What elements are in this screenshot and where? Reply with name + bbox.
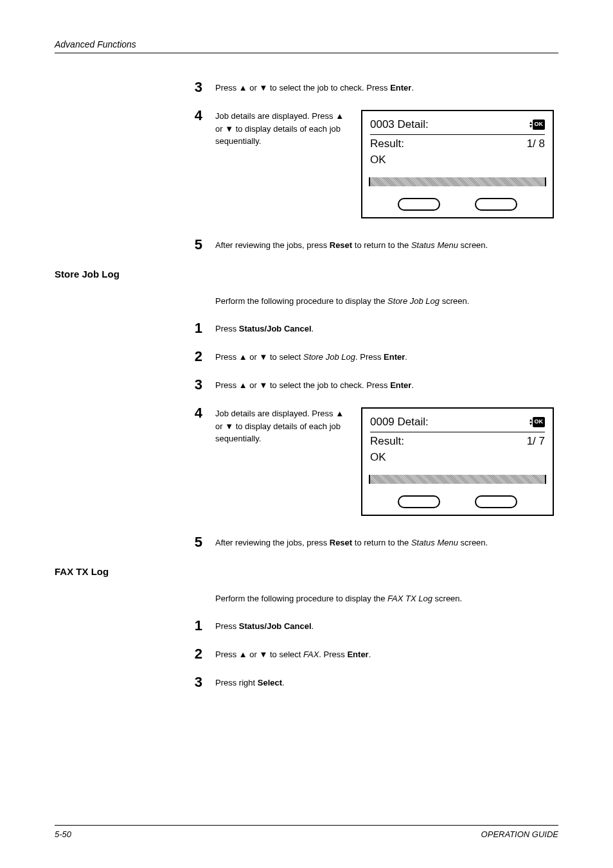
step-text: Press ▲ or ▼ to select the job to check.… — [215, 79, 558, 94]
lcd-display: 0009 Detail: ▴▾ OK Result: 1/ 7 OK — [361, 407, 554, 516]
step-text: After reviewing the jobs, press Reset to… — [215, 534, 558, 549]
step-text: Job details are displayed. Press ▲ or ▼ … — [215, 110, 353, 148]
soft-button-left — [398, 495, 440, 508]
step-text: Press ▲ or ▼ to select the job to check.… — [215, 376, 558, 392]
step-text: Press ▲ or ▼ to select Store Job Log. Pr… — [215, 348, 558, 364]
section-intro: Perform the following procedure to displ… — [215, 592, 558, 605]
ok-indicator-icon: ▴▾ OK — [529, 120, 546, 130]
step-text: Press ▲ or ▼ to select FAX. Press Enter. — [215, 646, 558, 661]
step-number: 2 — [195, 646, 202, 662]
display-bar — [369, 177, 546, 186]
step-number: 2 — [195, 348, 202, 364]
soft-button-right — [475, 495, 517, 508]
display-result-label: Result: — [370, 136, 404, 152]
step-text: Press Status/Job Cancel. — [215, 617, 558, 633]
step-text: Press Status/Job Cancel. — [215, 320, 558, 335]
display-bar — [369, 475, 546, 484]
page-header: Advanced Functions — [55, 39, 136, 49]
page-number: 5-50 — [55, 829, 71, 839]
step-number: 1 — [195, 617, 202, 633]
soft-button-right — [475, 198, 517, 211]
display-result-value: 1/ 7 — [527, 433, 545, 450]
step-number: 4 — [195, 405, 202, 421]
step-number: 4 — [195, 107, 202, 123]
step-text: Press right Select. — [215, 674, 558, 689]
display-result-label: Result: — [370, 433, 404, 450]
display-status: OK — [370, 449, 545, 466]
step-number: 3 — [195, 79, 202, 95]
step-number: 1 — [195, 320, 202, 336]
soft-button-left — [398, 198, 440, 211]
display-status: OK — [370, 152, 545, 168]
section-heading-fax-tx-log: FAX TX Log — [55, 566, 558, 577]
section-intro: Perform the following procedure to displ… — [215, 295, 558, 308]
lcd-display: 0003 Detail: ▴▾ OK Result: 1/ 8 OK — [361, 110, 554, 218]
step-number: 3 — [195, 674, 202, 690]
display-result-value: 1/ 8 — [527, 136, 545, 152]
step-number: 3 — [195, 376, 202, 393]
step-text: After reviewing the jobs, press Reset to… — [215, 236, 558, 252]
display-title: 0003 Detail: — [370, 116, 429, 133]
display-title: 0009 Detail: — [370, 414, 429, 430]
ok-indicator-icon: ▴▾ OK — [529, 417, 546, 427]
section-heading-store-job-log: Store Job Log — [55, 269, 558, 279]
step-number: 5 — [195, 534, 202, 550]
step-number: 5 — [195, 236, 202, 252]
step-text: Job details are displayed. Press ▲ or ▼ … — [215, 407, 353, 445]
footer-right: OPERATION GUIDE — [481, 829, 558, 839]
